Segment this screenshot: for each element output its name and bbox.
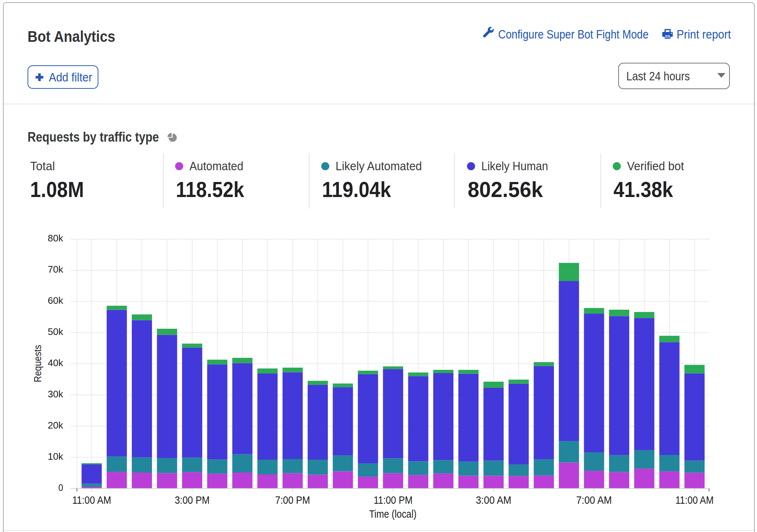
svg-text:80k: 80k	[48, 233, 64, 244]
svg-text:3:00 PM: 3:00 PM	[175, 494, 210, 506]
svg-text:70k: 70k	[48, 264, 64, 275]
svg-text:0: 0	[58, 482, 63, 493]
svg-text:3:00 AM: 3:00 AM	[476, 494, 511, 506]
svg-text:7:00 PM: 7:00 PM	[275, 494, 310, 506]
svg-text:Time (local): Time (local)	[369, 508, 417, 520]
svg-text:Requests: Requests	[32, 345, 43, 382]
svg-text:7:00 AM: 7:00 AM	[576, 494, 612, 506]
svg-text:11:00 AM: 11:00 AM	[72, 494, 111, 506]
svg-text:40k: 40k	[48, 357, 64, 368]
svg-text:20k: 20k	[48, 420, 64, 431]
svg-text:60k: 60k	[48, 295, 64, 306]
svg-text:11:00 PM: 11:00 PM	[374, 494, 413, 506]
svg-text:50k: 50k	[48, 326, 64, 337]
svg-text:10k: 10k	[48, 451, 64, 462]
svg-text:30k: 30k	[48, 389, 64, 400]
svg-text:11:00 AM: 11:00 AM	[675, 494, 714, 506]
